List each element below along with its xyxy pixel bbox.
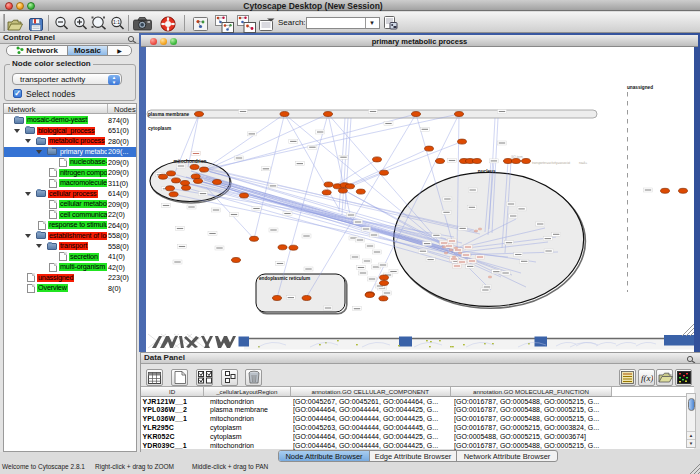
svg-text:mitochondrion: mitochondrion <box>174 159 207 164</box>
svg-text:plasma membrane: plasma membrane <box>148 112 190 117</box>
svg-text:1:1: 1:1 <box>113 19 120 25</box>
svg-text:cytoplasm: cytoplasm <box>148 126 171 131</box>
svg-text:nucleus: nucleus <box>478 169 496 174</box>
svg-text:endoplasmic reticulum: endoplasmic reticulum <box>259 276 310 281</box>
svg-text:unassigned: unassigned <box>627 85 653 90</box>
svg-text:na=k+: na=k+ <box>579 161 588 165</box>
svg-text:transporter=activity=associat: transporter=activity=associat <box>532 161 570 165</box>
svg-text:f(x): f(x) <box>641 373 653 383</box>
